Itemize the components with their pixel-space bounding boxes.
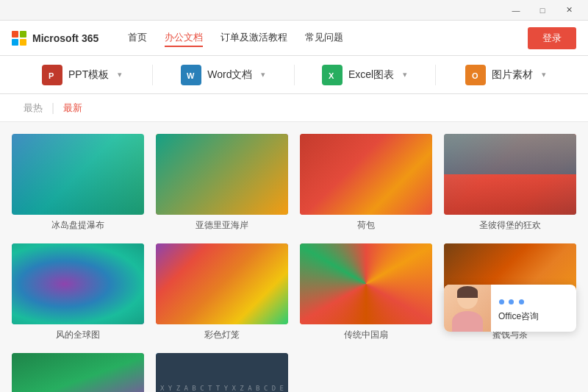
word-icon: W [181,65,201,85]
chat-text-area: Office咨询 [491,288,576,329]
list-item[interactable]: 亚德里亚海岸 [156,134,288,232]
chat-bubble[interactable]: Office咨询 [444,285,576,332]
chat-label: Office咨询 [498,310,569,323]
nav-home[interactable]: 首页 [128,29,147,47]
grid-image-10: X Y Z A B C T T Y X Z A B C D E F G H I … [156,353,288,392]
grid-image-3 [300,134,432,215]
svg-text:P: P [49,71,54,80]
filter-new[interactable]: 最新 [54,101,91,115]
titlebar-controls: — □ ✕ [503,0,582,21]
list-item[interactable] [12,353,144,392]
main-nav: 首页 办公文档 订单及激活教程 常见问题 [128,29,528,47]
grid-image-1 [12,134,144,215]
header: Microsoft 365 首页 办公文档 订单及激活教程 常见问题 登录 [0,21,588,56]
nav-faq[interactable]: 常见问题 [305,29,343,47]
category-images[interactable]: O 图片素材 ▾ [436,65,576,85]
list-item[interactable]: 冰岛盘提瀑布 [12,134,144,232]
avatar [444,285,491,332]
grid-label-4: 圣彼得堡的狂欢 [444,219,576,232]
titlebar: — □ ✕ [0,0,588,21]
ppt-label: PPT模板 [68,68,109,82]
category-word[interactable]: W Word文档 ▾ [153,65,294,85]
word-label: Word文档 [207,68,252,82]
nav-orders[interactable]: 订单及激活教程 [220,29,287,47]
list-item[interactable]: X Y Z A B C T T Y X Z A B C D E F G H I … [156,353,288,392]
list-item[interactable]: 荷包 [300,134,432,232]
word-arrow-icon: ▾ [261,70,265,79]
excel-arrow-icon: ▾ [403,70,407,79]
excel-label: Excel图表 [348,68,394,82]
filter-hot[interactable]: 最热 [15,101,51,115]
avatar-person [444,285,491,332]
grid-label-1: 冰岛盘提瀑布 [12,219,144,232]
nav-office-docs[interactable]: 办公文档 [165,29,203,47]
grid-image-6 [156,243,288,324]
grid-label-7: 传统中国扇 [300,329,432,341]
category-bar: P PPT模板 ▾ W Word文档 ▾ X Excel图表 ▾ O 图片素材 … [0,56,588,94]
microsoft-logo-icon [12,31,26,46]
ppt-icon: P [42,65,62,85]
ppt-arrow-icon: ▾ [118,70,122,79]
content-area: 冰岛盘提瀑布 亚德里亚海岸 荷包 圣彼得堡的狂欢 [0,122,588,392]
svg-text:O: O [472,71,478,80]
grid-label-3: 荷包 [300,219,432,232]
svg-text:W: W [187,71,195,80]
maximize-button[interactable]: □ [529,0,556,21]
images-icon: O [465,65,486,85]
grid-label-2: 亚德里亚海岸 [156,219,288,232]
logo: Microsoft 365 [12,31,98,46]
grid-image-5 [12,243,144,324]
grid-label-6: 彩色灯笼 [156,329,288,341]
logo-text: Microsoft 365 [32,32,98,44]
list-item[interactable]: 彩色灯笼 [156,243,288,341]
list-item[interactable]: 圣彼得堡的狂欢 [444,134,576,232]
image-grid: 冰岛盘提瀑布 亚德里亚海岸 荷包 圣彼得堡的狂欢 [12,134,576,392]
close-button[interactable]: ✕ [556,0,582,21]
grid-image-2 [156,134,288,215]
list-item[interactable]: 风的全球图 [12,243,144,341]
grid-image-9 [12,353,144,392]
chat-dots-icon [498,294,569,307]
grid-label-5: 风的全球图 [12,329,144,341]
grid-image-7 [300,243,432,324]
svg-text:X: X [329,71,334,80]
images-label: 图片素材 [492,68,533,82]
images-arrow-icon: ▾ [542,70,546,79]
excel-icon: X [322,65,343,85]
category-excel[interactable]: X Excel图表 ▾ [295,65,436,85]
filter-bar: 最热 | 最新 [0,94,588,122]
grid-image-4 [444,134,576,215]
minimize-button[interactable]: — [503,0,529,21]
category-ppt[interactable]: P PPT模板 ▾ [12,65,153,85]
list-item[interactable]: 传统中国扇 [300,243,432,341]
login-button[interactable]: 登录 [528,27,576,49]
